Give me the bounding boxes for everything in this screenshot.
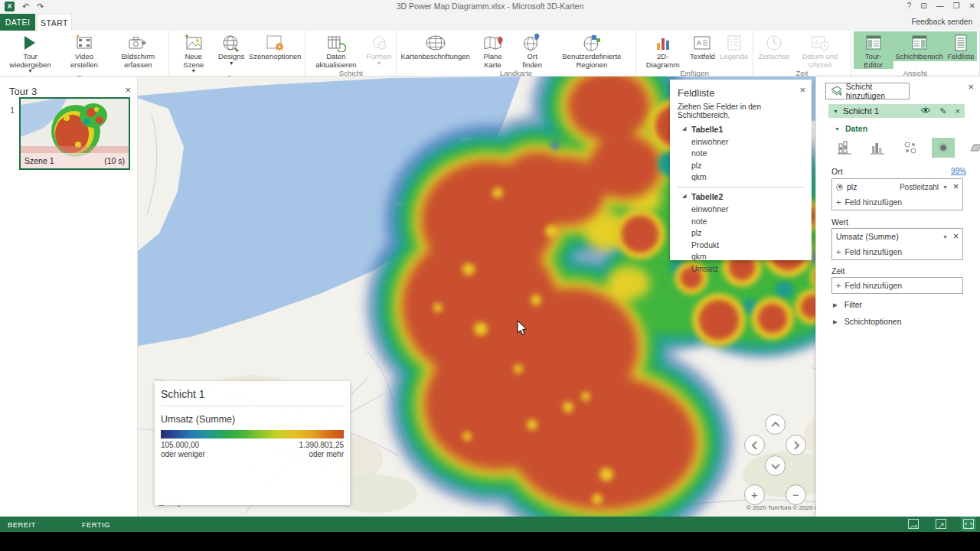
pan-up-button[interactable] <box>765 414 786 435</box>
close-icon[interactable]: × <box>799 84 805 96</box>
wert-field-box: Umsatz (Summe) ▼ × + Feld hinzufügen <box>831 228 963 260</box>
find-location-icon <box>522 33 542 53</box>
layer-panel: × Schicht hinzufügen ▼ Schicht 1 ✎ × ▼ D… <box>815 77 980 517</box>
zoom-out-button[interactable]: − <box>786 484 806 505</box>
zoom-in-button[interactable]: + <box>744 484 765 505</box>
chevron-down-icon <box>771 460 779 468</box>
benutzerdefinierte-regionen-button[interactable]: Benutzerdefinierte Regionen <box>550 31 632 69</box>
kartenbeschriftungen-button[interactable]: Kartenbeschriftungen <box>399 31 471 61</box>
close-icon[interactable]: ✕ <box>969 2 975 10</box>
restore-icon[interactable]: ❐ <box>953 2 960 10</box>
add-layer-button[interactable]: Schicht hinzufügen <box>825 83 910 99</box>
chevron-left-icon <box>751 441 760 449</box>
close-icon[interactable]: × <box>125 84 131 96</box>
dropdown-caret-icon[interactable]: ▼ <box>942 184 948 190</box>
tab-start[interactable]: START <box>37 14 72 31</box>
pan-down-button[interactable] <box>765 455 786 476</box>
remove-field-icon[interactable]: × <box>953 181 959 192</box>
capture-screen-status-icon[interactable] <box>908 519 919 529</box>
scene-options-gear-icon <box>264 33 286 53</box>
ort-field-row[interactable]: plz Postleitzahl ▼ × <box>832 179 962 194</box>
video-erstellen-button[interactable]: Video erstellen <box>58 31 110 69</box>
help-icon[interactable]: ? <box>907 2 912 10</box>
options-window-icon[interactable]: ⊡ <box>920 2 926 10</box>
visualization-type-row <box>833 138 980 158</box>
wert-field-row[interactable]: Umsatz (Summe) ▼ × <box>832 229 962 244</box>
pan-left-button[interactable] <box>744 435 765 455</box>
field-item[interactable]: qkm <box>678 252 804 261</box>
data-section-header[interactable]: ▼ Daten <box>835 124 867 133</box>
ort-finden-button[interactable]: Ort finden <box>514 31 550 69</box>
2d-diagramm-button[interactable]: 2D-Diagramm <box>639 31 688 69</box>
plane-karte-button[interactable]: Plane Karte <box>472 31 514 69</box>
feldliste-button[interactable]: Feldliste <box>945 31 977 61</box>
legende-button: Legende <box>717 31 750 61</box>
dropdown-caret-icon[interactable]: ▼ <box>942 234 948 240</box>
collapse-caret-icon: ▼ <box>833 109 838 114</box>
scene-number: 1 <box>10 106 15 115</box>
feedback-link[interactable]: Feedback senden <box>911 18 972 26</box>
fullscreen-status-icon[interactable] <box>963 519 974 529</box>
delete-layer-icon[interactable]: × <box>956 106 960 116</box>
wert-add-field-row[interactable]: + Feld hinzufügen <box>832 244 962 259</box>
schichtbereich-button[interactable]: Schichtbereich <box>893 31 945 61</box>
heatmap-viz-button[interactable] <box>932 138 955 158</box>
bar-chart-icon <box>654 33 672 53</box>
expander-icon: ◢ <box>682 126 686 132</box>
title-bar: X ↶ ↷ 3D Power Map Diagramm.xlsx - Micro… <box>0 0 980 14</box>
layer-pane-icon <box>910 33 929 53</box>
stacked-column-viz-button[interactable] <box>833 138 856 158</box>
eye-icon[interactable] <box>920 106 931 116</box>
pan-right-button[interactable] <box>786 435 806 455</box>
app-window: X ↶ ↷ 3D Power Map Diagramm.xlsx - Micro… <box>0 0 980 551</box>
layer-header[interactable]: ▼ Schicht 1 ✎ × <box>828 104 965 118</box>
field-item[interactable]: einwohner <box>678 204 804 214</box>
svg-text:A: A <box>815 39 819 46</box>
layer-options-section[interactable]: ▶ Schichtoptionen <box>833 317 902 326</box>
clustered-column-viz-button[interactable] <box>866 138 889 158</box>
table1-node[interactable]: ◢Tabelle1 <box>678 125 804 134</box>
filter-section[interactable]: ▶ Filter <box>833 300 862 309</box>
scene-thumbnail[interactable]: Szene 1 (10 s) <box>19 97 130 170</box>
close-icon[interactable]: × <box>968 81 974 93</box>
szenenoptionen-button[interactable]: Szenenoptionen <box>247 31 302 61</box>
field-item[interactable]: Umsatz <box>678 264 804 273</box>
tour-wiedergeben-button[interactable]: Tour wiedergeben ▼ <box>2 31 58 73</box>
aggregation-dot-icon <box>836 184 843 191</box>
ribbon-group-einfuegen: 2D-Diagramm A Textfeld Legende Einfügen <box>636 31 754 76</box>
bubble-viz-button[interactable] <box>899 138 922 158</box>
field-item[interactable]: note <box>678 217 804 226</box>
chevron-up-icon <box>771 421 779 429</box>
field-item[interactable]: plz <box>678 161 804 170</box>
bildschirm-erfassen-button[interactable]: Bildschirm erfassen <box>110 31 166 69</box>
zeit-add-field-row[interactable]: + Feld hinzufügen <box>832 278 962 293</box>
tour-editor-button[interactable]: Tour-Editor <box>854 31 893 69</box>
resize-status-icon[interactable] <box>936 519 946 529</box>
ort-add-field-row[interactable]: + Feld hinzufügen <box>832 194 962 210</box>
field-item[interactable]: Produkt <box>678 240 804 249</box>
region-viz-button[interactable] <box>965 138 980 158</box>
legend-card[interactable]: Schicht 1 Umsatz (Summe) 105.000,00 1.39… <box>155 381 350 505</box>
field-item[interactable]: qkm <box>678 172 804 181</box>
dropdown-caret-icon: ▼ <box>229 61 234 66</box>
wert-label: Wert <box>831 217 848 227</box>
designs-button[interactable]: Designs ▼ <box>216 31 247 66</box>
chevron-right-icon <box>790 441 799 449</box>
zeit-label: Zeit <box>831 266 845 276</box>
tab-datei[interactable]: DATEI <box>0 14 35 31</box>
field-item[interactable]: plz <box>678 228 804 237</box>
daten-aktualisieren-button[interactable]: Daten aktualisieren <box>308 31 364 69</box>
minimize-icon[interactable]: — <box>936 2 944 10</box>
ort-field-box: plz Postleitzahl ▼ × + Feld hinzufügen <box>831 178 963 210</box>
legend-max: 1.390.801,25 <box>299 441 344 449</box>
textfeld-button[interactable]: A Textfeld <box>688 31 717 61</box>
table2-node[interactable]: ◢Tabelle2 <box>678 192 804 201</box>
neue-szene-button[interactable]: Neue Szene ▼ <box>172 31 216 73</box>
expand-caret-icon: ▶ <box>833 318 838 325</box>
field-item[interactable]: einwohner <box>678 137 804 146</box>
ort-percent-link[interactable]: 99% <box>951 167 966 175</box>
field-item[interactable]: note <box>678 148 804 158</box>
rename-pencil-icon[interactable]: ✎ <box>939 106 946 116</box>
remove-field-icon[interactable]: × <box>953 231 959 242</box>
legend-gradient <box>161 430 344 439</box>
